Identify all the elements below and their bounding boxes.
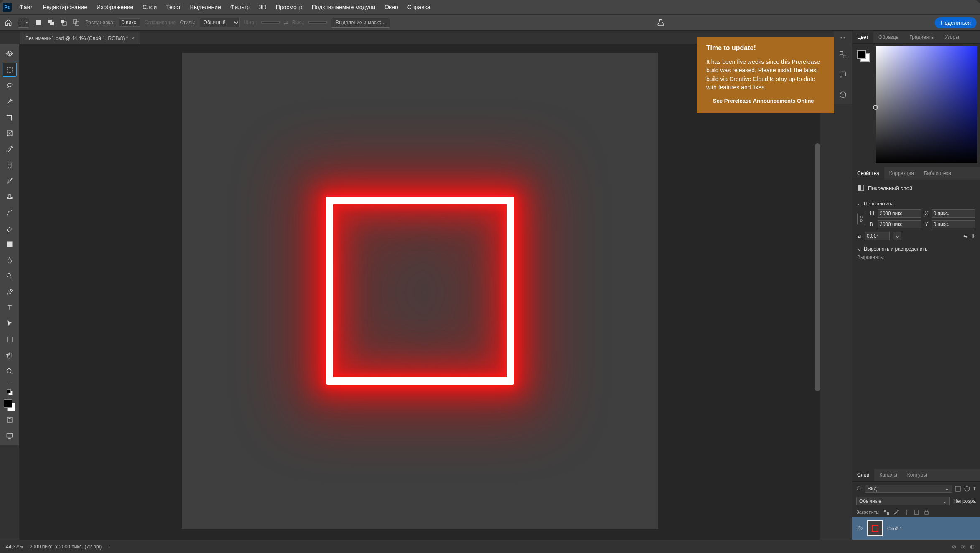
menu-3d[interactable]: 3D <box>255 2 271 12</box>
vertical-scrollbar[interactable] <box>815 143 820 391</box>
quick-mask-icon[interactable] <box>3 413 17 427</box>
menu-image[interactable]: Изображение <box>92 2 137 12</box>
visibility-icon[interactable] <box>856 525 863 532</box>
healing-tool[interactable] <box>3 158 17 172</box>
menu-type[interactable]: Текст <box>162 2 185 12</box>
layer-row[interactable]: Слой 1 <box>852 517 980 540</box>
new-selection-icon[interactable] <box>33 18 43 28</box>
height-value[interactable]: 2000 пикс <box>878 220 921 228</box>
tab-channels[interactable]: Каналы <box>874 469 902 481</box>
color-panel-swatch[interactable] <box>857 50 870 62</box>
flip-h-icon[interactable]: ⇋ <box>963 233 967 239</box>
menu-help[interactable]: Справка <box>403 2 435 12</box>
artboard[interactable] <box>182 53 658 529</box>
color-swatch[interactable] <box>4 399 15 411</box>
filter-adjust-icon[interactable] <box>964 485 970 492</box>
tab-adjustments[interactable]: Коррекция <box>884 167 919 180</box>
stamp-tool[interactable] <box>3 190 17 204</box>
menu-layer[interactable]: Слои <box>138 2 161 12</box>
blend-mode-select[interactable]: Обычные⌄ <box>856 497 950 505</box>
default-colors-icon[interactable] <box>7 389 13 395</box>
brush-tool[interactable] <box>3 174 17 188</box>
width-value[interactable]: 2000 пикс <box>878 209 921 218</box>
intersect-selection-icon[interactable] <box>71 18 81 28</box>
notification-link[interactable]: See Prerelease Announcements Online <box>706 97 825 105</box>
menu-view[interactable]: Просмотр <box>272 2 307 12</box>
tab-patterns[interactable]: Узоры <box>940 31 964 43</box>
lock-all-icon[interactable] <box>923 509 930 515</box>
swap-wh-icon[interactable]: ⇄ <box>284 20 288 25</box>
zoom-tool[interactable] <box>3 364 17 378</box>
type-tool[interactable] <box>3 301 17 315</box>
marquee-tool[interactable] <box>3 63 17 77</box>
home-button[interactable] <box>3 18 13 28</box>
current-tool-icon[interactable]: ▾ <box>18 18 29 28</box>
screen-mode-icon[interactable] <box>3 429 17 443</box>
angle-dropdown[interactable]: ⌄ <box>893 232 901 240</box>
transform-section-title[interactable]: ⌄Перспектива <box>857 201 975 207</box>
path-select-tool[interactable] <box>3 317 17 331</box>
document-dims[interactable]: 2000 пикс. x 2000 пикс. (72 ppi) <box>30 544 102 550</box>
menu-select[interactable]: Выделение <box>186 2 225 12</box>
3d-panel-icon[interactable] <box>838 90 848 100</box>
select-and-mask-button[interactable]: Выделение и маска... <box>331 18 390 28</box>
style-select[interactable]: Обычный <box>200 18 240 27</box>
tab-color[interactable]: Цвет <box>852 31 873 43</box>
comments-panel-icon[interactable] <box>838 70 848 80</box>
layer-fx-icon[interactable]: fx <box>961 544 965 550</box>
move-tool[interactable] <box>3 47 17 61</box>
subtract-selection-icon[interactable] <box>59 18 69 28</box>
y-value[interactable]: 0 пикс. <box>932 220 975 228</box>
filter-kind-select[interactable]: Вид⌄ <box>865 485 952 493</box>
zoom-level[interactable]: 44,37% <box>6 544 23 550</box>
menu-filter[interactable]: Фильтр <box>226 2 254 12</box>
layer-thumbnail[interactable] <box>867 520 883 536</box>
magic-wand-tool[interactable] <box>3 94 17 109</box>
beaker-icon[interactable] <box>657 18 665 27</box>
menu-file[interactable]: Файл <box>15 2 38 12</box>
status-chevron-icon[interactable]: › <box>108 544 110 550</box>
history-panel-icon[interactable] <box>838 50 848 60</box>
dodge-tool[interactable] <box>3 269 17 283</box>
pen-tool[interactable] <box>3 285 17 299</box>
tab-properties[interactable]: Свойства <box>852 167 884 180</box>
blur-tool[interactable] <box>3 253 17 267</box>
history-brush-tool[interactable] <box>3 205 17 220</box>
gradient-tool[interactable] <box>3 237 17 251</box>
hand-tool[interactable] <box>3 348 17 363</box>
feather-input[interactable]: 0 пикс. <box>119 18 140 27</box>
menu-plugins[interactable]: Подключаемые модули <box>308 2 380 12</box>
expand-panels-icon[interactable]: ◂◂ <box>840 35 846 40</box>
add-mask-icon[interactable]: ◐ <box>970 544 974 550</box>
document-tab[interactable]: Без имени-1.psd @ 44,4% (Слой 1, RGB/8) … <box>20 33 140 44</box>
tab-layers[interactable]: Слои <box>852 469 874 481</box>
close-tab-icon[interactable]: × <box>132 36 135 41</box>
filter-type-icon[interactable]: T <box>973 486 976 491</box>
crop-tool[interactable] <box>3 110 17 124</box>
edit-toolbar-icon[interactable]: ⋯ <box>5 380 14 386</box>
frame-tool[interactable] <box>3 126 17 140</box>
lasso-tool[interactable] <box>3 79 17 93</box>
eyedropper-tool[interactable] <box>3 142 17 156</box>
eraser-tool[interactable] <box>3 221 17 236</box>
search-icon[interactable] <box>856 486 862 492</box>
layer-name[interactable]: Слой 1 <box>887 526 902 531</box>
flip-v-icon[interactable]: ⥮ <box>971 233 975 239</box>
tab-libraries[interactable]: Библиотеки <box>919 167 956 180</box>
add-selection-icon[interactable] <box>46 18 56 28</box>
lock-pixels-icon[interactable] <box>883 509 890 515</box>
lock-artboard-icon[interactable] <box>913 509 920 515</box>
canvas-area[interactable] <box>19 44 820 540</box>
shape-tool[interactable] <box>3 332 17 347</box>
tab-paths[interactable]: Контуры <box>902 469 932 481</box>
link-layers-icon[interactable]: ⊘ <box>952 544 956 550</box>
tab-gradients[interactable]: Градиенты <box>904 31 939 43</box>
menu-window[interactable]: Окно <box>380 2 402 12</box>
align-section-title[interactable]: ⌄Выровнять и распределить <box>857 246 975 252</box>
tab-swatches[interactable]: Образцы <box>873 31 904 43</box>
color-cursor-icon[interactable] <box>873 105 878 110</box>
angle-value[interactable]: 0,00° <box>865 232 890 240</box>
menu-edit[interactable]: Редактирование <box>38 2 92 12</box>
link-wh-icon[interactable] <box>857 213 865 225</box>
color-field[interactable] <box>876 46 977 163</box>
